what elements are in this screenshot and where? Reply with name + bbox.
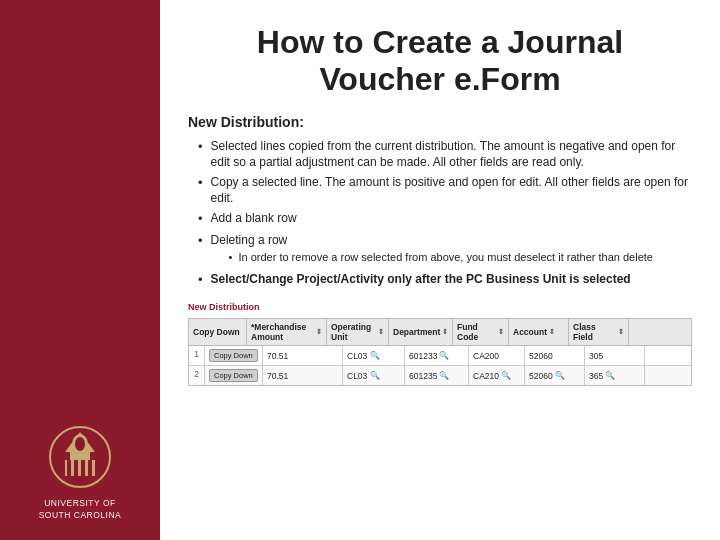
op-unit-cell: CL03 🔍: [343, 366, 405, 385]
usc-logo-icon: [45, 422, 115, 492]
account-cell: 52060: [525, 346, 585, 365]
copy-down-button[interactable]: Copy Down: [209, 349, 258, 362]
logo-area: UNIVERSITY OF SOUTH CAROLINA: [39, 422, 122, 522]
svg-rect-5: [74, 460, 78, 476]
svg-point-9: [75, 437, 85, 451]
search-icon[interactable]: 🔍: [370, 371, 380, 380]
row-number: 2: [189, 366, 205, 385]
col-header-op: Operating Unit ⇕: [327, 319, 389, 345]
sub-list-item: In order to remove a row selected from a…: [229, 250, 653, 265]
svg-rect-4: [67, 460, 71, 476]
sub-bullet-list: In order to remove a row selected from a…: [229, 250, 653, 265]
class-cell: 305: [585, 346, 645, 365]
search-icon[interactable]: 🔍: [439, 351, 449, 360]
merch-amount-cell: 70.51: [263, 346, 343, 365]
class-cell: 365 🔍: [585, 366, 645, 385]
list-item-select: Select/Change Project/Activity only afte…: [198, 271, 692, 289]
main-content: How to Create a Journal Voucher e.Form N…: [160, 0, 720, 540]
dept-cell: 601235 🔍: [405, 366, 469, 385]
bullet-list: Selected lines copied from the current d…: [198, 138, 692, 293]
bullet-text: Deleting a row: [211, 233, 288, 247]
search-icon[interactable]: 🔍: [501, 371, 511, 380]
list-item: Copy a selected line. The amount is posi…: [198, 174, 692, 206]
copy-down-cell[interactable]: Copy Down: [205, 346, 263, 365]
svg-rect-6: [81, 460, 85, 476]
table-row: 1 Copy Down 70.51 CL03 🔍 601233 🔍 CA200 …: [189, 346, 691, 366]
new-distribution-label: New Distribution: [188, 302, 692, 312]
svg-rect-7: [88, 460, 92, 476]
col-header-copy: Copy Down: [189, 319, 247, 345]
sort-icon: ⇕: [498, 328, 504, 336]
col-header-dept: Department ⇕: [389, 319, 453, 345]
copy-down-cell[interactable]: Copy Down: [205, 366, 263, 385]
list-item: Selected lines copied from the current d…: [198, 138, 692, 170]
copy-down-button[interactable]: Copy Down: [209, 369, 258, 382]
bullet-text: Copy a selected line. The amount is posi…: [211, 174, 692, 206]
list-item: Add a blank row: [198, 210, 692, 228]
account-cell: 52060 🔍: [525, 366, 585, 385]
search-icon[interactable]: 🔍: [370, 351, 380, 360]
sidebar: UNIVERSITY OF SOUTH CAROLINA: [0, 0, 160, 540]
distribution-table: Copy Down *Merchandise Amount ⇕ Operatin…: [188, 318, 692, 386]
col-header-class: Class Field ⇕: [569, 319, 629, 345]
sub-bullet-text: In order to remove a row selected from a…: [238, 250, 653, 265]
bullet-text: Select/Change Project/Activity only afte…: [211, 271, 631, 287]
row-number: 1: [189, 346, 205, 365]
col-header-acct: Account ⇕: [509, 319, 569, 345]
sort-icon: ⇕: [442, 328, 448, 336]
dept-cell: 601233 🔍: [405, 346, 469, 365]
search-icon[interactable]: 🔍: [555, 371, 565, 380]
col-header-fund: Fund Code ⇕: [453, 319, 509, 345]
fund-cell: CA200: [469, 346, 525, 365]
table-header: Copy Down *Merchandise Amount ⇕ Operatin…: [189, 319, 691, 346]
page-title: How to Create a Journal Voucher e.Form: [188, 24, 692, 98]
search-icon[interactable]: 🔍: [439, 371, 449, 380]
section-label: New Distribution:: [188, 114, 692, 130]
sort-icon: ⇕: [549, 328, 555, 336]
fund-cell: CA210 🔍: [469, 366, 525, 385]
university-name: UNIVERSITY OF SOUTH CAROLINA: [39, 498, 122, 522]
merch-amount-cell: 70.51: [263, 366, 343, 385]
list-item-deleting: Deleting a row In order to remove a row …: [198, 232, 692, 267]
col-header-merch: *Merchandise Amount ⇕: [247, 319, 327, 345]
sort-icon: ⇕: [618, 328, 624, 336]
table-row: 2 Copy Down 70.51 CL03 🔍 601235 🔍 CA210 …: [189, 366, 691, 385]
op-unit-cell: CL03 🔍: [343, 346, 405, 365]
sort-icon: ⇕: [378, 328, 384, 336]
bullet-text: Selected lines copied from the current d…: [211, 138, 692, 170]
bullet-text: Add a blank row: [211, 210, 297, 226]
search-icon[interactable]: 🔍: [605, 371, 615, 380]
sort-icon: ⇕: [316, 328, 322, 336]
